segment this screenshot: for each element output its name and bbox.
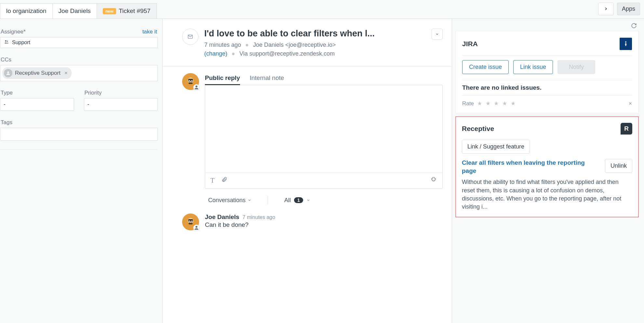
internal-note-tab[interactable]: Internal note [250,73,284,85]
jira-title: JIRA [462,40,478,48]
svg-point-15 [195,226,197,228]
assignee-select[interactable]: Support [0,37,158,48]
message-time: 7 minutes ago [243,214,275,220]
reply-editor[interactable]: T [205,85,443,189]
tab-ticket[interactable]: new Ticket #957 [97,3,157,19]
link-suggest-feature-button[interactable]: Link / Suggest feature [462,140,530,154]
priority-select[interactable]: - [84,98,158,111]
type-select[interactable]: - [0,98,74,111]
feature-description: Without the ability to find what filters… [462,178,632,211]
new-badge: new [103,8,116,14]
close-icon[interactable]: × [629,100,632,107]
receptive-logo-icon: R [621,123,632,135]
assignee-value: Support [12,40,30,45]
link-issue-button[interactable]: Link issue [513,60,553,74]
no-linked-issues: There are no linked issues. [462,80,632,96]
svg-point-2 [7,71,9,73]
svg-point-12 [189,220,190,222]
agent-avatar [182,73,199,90]
tab-user[interactable]: Joe Daniels [52,3,97,19]
ticket-actions-dropdown[interactable] [432,29,443,40]
ticket-fields-sidebar: Assignee* take it Support CCs Receptive … [0,19,163,323]
chevron-down-icon [435,32,439,36]
next-button[interactable] [598,3,614,15]
ticket-title: I'd love to be able to clear filters whe… [204,29,427,39]
person-badge-icon [193,225,200,231]
jira-logo-icon [620,38,632,50]
svg-point-13 [191,220,193,222]
receptive-title: Receptive [462,125,494,133]
feature-link[interactable]: Clear all filters when leaving the repor… [462,159,600,175]
receptive-panel: Receptive R Link / Suggest feature Clear… [455,116,639,217]
public-reply-tab[interactable]: Public reply [205,73,240,85]
assignee-label: Assignee* [1,29,26,35]
apps-button[interactable]: Apps [617,3,640,15]
svg-point-9 [195,85,197,87]
reply-textarea[interactable] [205,85,442,172]
change-requester-link[interactable]: (change) [204,50,227,57]
rating-stars[interactable]: ★ ★ ★ ★ ★ [477,100,517,107]
avatar-icon [4,69,12,77]
tabs-row: lo organization Joe Daniels new Ticket #… [0,0,644,19]
refresh-icon[interactable] [455,22,639,31]
apps-sidebar: JIRA Create issue Link issue Notify Ther… [452,19,644,323]
apps-icon[interactable] [430,176,437,185]
priority-label: Priority [85,90,102,96]
requester-avatar [182,213,199,230]
ticket-requester: Joe Daniels <joe@receptive.io> [253,42,336,48]
unlink-button[interactable]: Unlink [605,159,632,173]
svg-point-6 [189,80,190,82]
all-filter[interactable]: All 1 [284,197,310,204]
person-badge-icon [193,84,200,91]
text-format-icon[interactable]: T [210,177,214,184]
chevron-right-icon [604,6,608,11]
create-issue-button[interactable]: Create issue [462,60,509,74]
ticket-via: Via support@receptive.zendesk.com [239,50,335,57]
notify-button: Notify [557,60,595,74]
jira-panel: JIRA Create issue Link issue Notify Ther… [455,31,639,114]
conversations-filter[interactable]: Conversations [208,197,251,204]
ticket-time: 7 minutes ago [204,42,241,48]
type-label: Type [1,90,13,96]
ccs-label: CCs [1,57,11,63]
message-author: Joe Daniels [205,213,239,221]
chevron-down-icon [306,198,310,202]
cc-chip: Receptive Support × [2,67,72,79]
ccs-input[interactable]: Receptive Support × [0,65,158,81]
take-it-link[interactable]: take it [142,29,157,35]
svg-point-0 [5,40,7,42]
people-icon [4,40,9,45]
mail-icon [182,29,198,45]
tab-organization[interactable]: lo organization [0,3,53,19]
chevron-down-icon [248,198,251,202]
tags-input[interactable] [0,128,158,141]
cc-chip-label: Receptive Support [15,70,60,76]
attachment-icon[interactable] [221,176,227,185]
svg-point-1 [7,41,8,42]
svg-rect-8 [189,83,193,84]
tags-label: Tags [1,119,12,126]
tab-ticket-label: Ticket #957 [119,7,151,15]
svg-rect-14 [189,223,193,225]
conversation-pane: I'd love to be able to clear filters whe… [163,19,452,323]
svg-point-7 [191,80,193,82]
count-badge: 1 [294,197,303,203]
remove-cc-icon[interactable]: × [64,70,68,76]
rate-label: Rate [462,100,474,107]
message-body: Can it be done? [205,221,275,228]
